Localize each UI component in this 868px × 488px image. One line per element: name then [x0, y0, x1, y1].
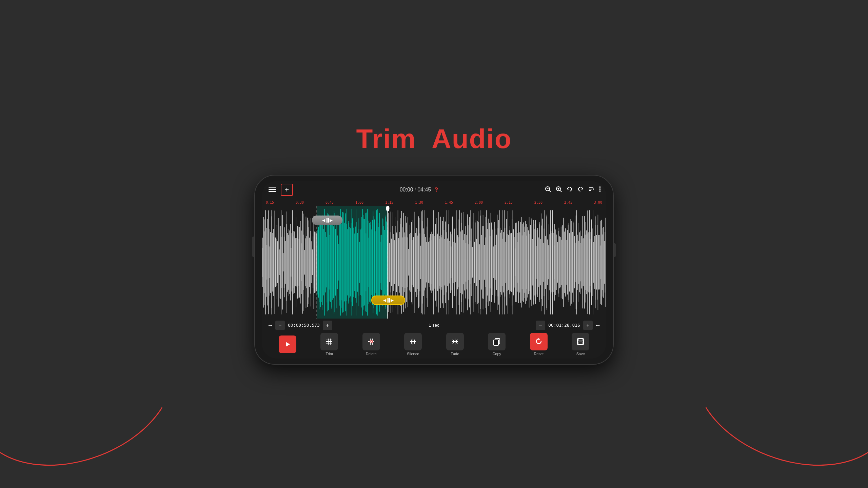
- end-plus-btn[interactable]: +: [583, 321, 593, 330]
- more-icon[interactable]: [599, 186, 601, 194]
- svg-rect-375: [515, 223, 516, 302]
- svg-rect-66: [296, 238, 297, 286]
- save-button[interactable]: Save: [569, 333, 592, 356]
- silence-button[interactable]: Silence: [401, 333, 425, 356]
- svg-rect-497: [602, 235, 602, 290]
- svg-rect-276: [445, 221, 446, 303]
- svg-rect-395: [530, 234, 530, 291]
- svg-rect-306: [467, 235, 467, 290]
- zoom-out-icon[interactable]: [545, 186, 551, 194]
- redo-icon[interactable]: [577, 186, 584, 194]
- menu-icon[interactable]: [267, 185, 277, 195]
- svg-rect-128: [340, 209, 340, 316]
- svg-rect-334: [486, 210, 487, 314]
- sort-icon[interactable]: [588, 186, 594, 194]
- svg-rect-98: [319, 222, 319, 302]
- svg-rect-359: [504, 210, 505, 314]
- svg-rect-64: [295, 238, 295, 286]
- start-time-input[interactable]: [287, 323, 321, 328]
- help-icon[interactable]: ?: [434, 186, 438, 194]
- svg-rect-262: [435, 224, 436, 301]
- svg-rect-333: [486, 237, 486, 287]
- svg-rect-376: [516, 223, 516, 302]
- svg-rect-32: [272, 233, 273, 292]
- app-screen: + 00:00 / 04:45 ?: [262, 181, 606, 359]
- fade-button[interactable]: Fade: [443, 333, 467, 356]
- svg-rect-43: [280, 226, 280, 299]
- svg-rect-472: [584, 216, 585, 308]
- svg-rect-392: [528, 227, 528, 298]
- svg-rect-35: [275, 210, 275, 314]
- svg-rect-370: [512, 219, 512, 306]
- start-controls: → − +: [267, 321, 332, 330]
- svg-rect-402: [535, 229, 535, 296]
- toolbar-right: [545, 186, 601, 194]
- svg-rect-275: [445, 239, 445, 286]
- svg-rect-264: [437, 235, 437, 290]
- svg-rect-373: [514, 237, 514, 287]
- svg-rect-218: [404, 232, 405, 292]
- svg-rect-460: [576, 216, 576, 309]
- svg-rect-110: [328, 213, 328, 311]
- svg-rect-41: [279, 226, 279, 298]
- timeline-mark: 0:45: [326, 201, 334, 204]
- svg-rect-463: [578, 223, 578, 302]
- svg-rect-299: [461, 212, 462, 312]
- svg-rect-100: [320, 218, 321, 307]
- svg-rect-253: [429, 237, 429, 287]
- svg-rect-141: [350, 227, 350, 298]
- trim-button[interactable]: Trim: [317, 333, 341, 356]
- delete-button[interactable]: Delete: [359, 333, 383, 356]
- svg-rect-345: [494, 222, 494, 303]
- zoom-in-icon[interactable]: [556, 186, 562, 194]
- svg-rect-42: [279, 249, 280, 275]
- svg-rect-171: [371, 225, 371, 300]
- svg-rect-411: [541, 225, 541, 299]
- svg-rect-116: [332, 218, 332, 307]
- svg-rect-422: [549, 224, 549, 300]
- svg-rect-161: [363, 215, 364, 310]
- svg-rect-236: [417, 229, 417, 295]
- svg-rect-127: [339, 219, 340, 306]
- svg-rect-466: [580, 230, 580, 294]
- svg-rect-33: [273, 229, 273, 296]
- svg-rect-459: [575, 243, 575, 282]
- svg-rect-287: [453, 242, 453, 283]
- svg-rect-48: [284, 237, 284, 288]
- timeline-mark: 2:30: [534, 201, 542, 204]
- svg-rect-27: [269, 229, 269, 296]
- start-plus-btn[interactable]: +: [323, 321, 332, 330]
- svg-rect-437: [559, 236, 560, 288]
- svg-rect-389: [525, 221, 526, 304]
- svg-rect-63: [294, 231, 295, 293]
- svg-rect-259: [433, 210, 433, 314]
- reset-button[interactable]: Reset: [527, 333, 551, 356]
- handle-left-arrow: ◀: [383, 298, 386, 303]
- play-button[interactable]: [276, 336, 299, 353]
- svg-rect-23: [266, 228, 267, 297]
- svg-rect-367: [510, 226, 510, 299]
- waveform-container[interactable]: 0:15 0:30 0:45 1:00 1:15 1:30 1:45 2:00 …: [262, 199, 606, 319]
- end-handle[interactable]: ◀ ▶: [371, 296, 405, 305]
- svg-rect-88: [312, 249, 313, 275]
- undo-icon[interactable]: [567, 186, 573, 194]
- start-minus-btn[interactable]: −: [275, 321, 285, 330]
- svg-rect-54: [288, 235, 288, 290]
- add-button[interactable]: +: [281, 184, 293, 196]
- svg-rect-2: [269, 191, 276, 192]
- start-handle[interactable]: ◀ ▶: [312, 216, 342, 225]
- end-time-input[interactable]: [547, 323, 581, 328]
- end-nav-arrow[interactable]: ←: [595, 322, 601, 329]
- svg-rect-62: [294, 237, 294, 288]
- svg-rect-310: [469, 217, 470, 308]
- trim-icon: [320, 333, 338, 350]
- timeline-mark: 0:15: [266, 201, 274, 204]
- svg-rect-324: [479, 244, 479, 280]
- end-minus-btn[interactable]: −: [536, 321, 545, 330]
- copy-button[interactable]: Copy: [485, 333, 509, 356]
- svg-rect-140: [349, 223, 349, 301]
- svg-rect-322: [478, 211, 478, 313]
- svg-rect-304: [465, 226, 466, 298]
- start-nav-arrow[interactable]: →: [267, 322, 273, 329]
- svg-rect-485: [593, 242, 594, 283]
